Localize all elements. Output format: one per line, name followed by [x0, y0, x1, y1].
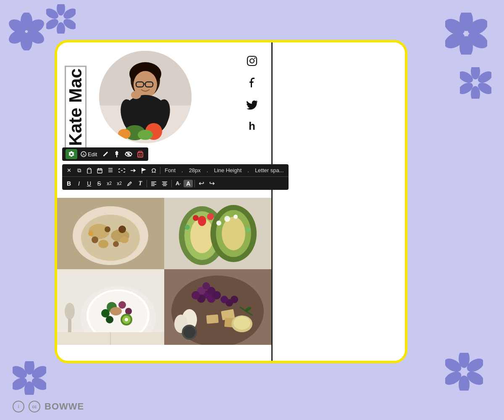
svg-point-107 [246, 227, 250, 231]
calendar-btn[interactable] [95, 166, 105, 175]
format-toolbar-row2: B I U S x2 x2 T A- A [62, 177, 289, 190]
close-btn[interactable]: ✕ [64, 166, 74, 175]
align-left-btn[interactable] [149, 180, 159, 187]
svg-point-92 [120, 236, 129, 243]
underline-btn[interactable]: U [84, 179, 94, 188]
flag-btn[interactable] [139, 166, 148, 175]
food-grid [57, 198, 271, 345]
footer: i cc BOWWE [13, 401, 84, 412]
format-toolbar: ✕ ⧉ Ω [62, 164, 289, 190]
right-panel [273, 42, 407, 361]
redo-btn[interactable]: ↪ [207, 178, 217, 189]
svg-point-99 [222, 217, 245, 250]
arrow-btn[interactable] [128, 167, 138, 174]
svg-point-133 [192, 291, 200, 299]
svg-point-24 [57, 4, 65, 16]
highlight-btn[interactable] [125, 179, 135, 188]
list-btn[interactable] [105, 166, 116, 174]
edit-toolbar: A Edit [62, 147, 148, 161]
flower-decoration-br [445, 353, 483, 391]
instagram-icon[interactable] [245, 55, 259, 70]
lh-dot: . [245, 166, 252, 174]
svg-point-137 [231, 296, 238, 303]
svg-point-87 [105, 226, 110, 232]
svg-point-109 [65, 303, 75, 320]
svg-point-86 [92, 236, 98, 243]
svg-point-91 [88, 231, 93, 236]
info-icon: i [13, 401, 24, 412]
pen-button[interactable] [100, 150, 110, 158]
omega-btn[interactable]: Ω [149, 165, 158, 175]
undo-btn[interactable]: ↩ [197, 178, 206, 189]
align-center-btn[interactable] [160, 180, 170, 187]
vertical-divider [271, 42, 273, 361]
clipboard-btn[interactable] [84, 166, 94, 175]
food-cell-yogurt [57, 269, 164, 345]
size-dot: . [204, 166, 211, 174]
svg-point-51 [131, 91, 141, 99]
profile-name: Kate Mac [65, 66, 87, 149]
flower-decoration-tl [8, 13, 45, 50]
font-color-btn[interactable]: A- [173, 179, 183, 188]
svg-rect-63 [87, 169, 91, 173]
flower-decoration-bl [13, 361, 46, 395]
superscript-btn[interactable]: x2 [115, 179, 124, 188]
svg-point-104 [224, 216, 230, 222]
italic-t-btn[interactable]: T [136, 179, 145, 188]
svg-point-49 [138, 130, 153, 140]
italic-btn[interactable]: I [74, 179, 84, 188]
line-height-label: Line Height [211, 166, 244, 174]
letter-spacing-label: Letter spa... [252, 166, 286, 174]
strikethrough-btn[interactable]: S [94, 179, 104, 188]
svg-rect-59 [138, 152, 143, 157]
pin-button[interactable] [112, 150, 121, 158]
font-dot: . [179, 166, 186, 174]
svg-point-54 [254, 58, 255, 59]
format-toolbar-row1: ✕ ⧉ Ω [62, 164, 289, 177]
svg-rect-64 [88, 168, 90, 169]
svg-point-119 [106, 316, 113, 323]
cc-icon: cc [29, 401, 40, 412]
food-cell-avocado [164, 198, 271, 269]
link-btn[interactable] [116, 167, 127, 174]
bold-btn[interactable]: B [64, 179, 74, 188]
svg-rect-62 [139, 151, 142, 152]
copy-btn[interactable]: ⧉ [74, 166, 84, 175]
svg-point-27 [57, 22, 65, 34]
svg-point-83 [81, 215, 140, 261]
flower-decoration-tm [46, 4, 76, 34]
food-cell-charcuterie [164, 269, 271, 345]
svg-point-117 [110, 307, 122, 315]
svg-point-116 [118, 301, 126, 309]
svg-point-101 [207, 213, 214, 220]
flower-decoration-rm [460, 67, 491, 99]
svg-point-148 [184, 326, 195, 338]
svg-point-53 [250, 59, 254, 63]
profile-image [99, 51, 192, 143]
svg-point-100 [198, 216, 206, 226]
gear-button[interactable] [66, 149, 77, 159]
bg-color-btn[interactable]: A [184, 180, 193, 187]
edit-text-button[interactable]: A Edit [79, 150, 99, 158]
svg-point-118 [125, 308, 132, 315]
svg-point-90 [98, 240, 108, 248]
svg-rect-52 [247, 56, 257, 66]
svg-point-89 [113, 241, 119, 247]
delete-button[interactable] [136, 150, 145, 158]
font-size-label: 28px [186, 166, 203, 174]
hatena-icon[interactable]: h [245, 121, 259, 131]
social-icons-container: h [245, 55, 259, 131]
left-panel: Kate Mac [57, 42, 271, 361]
hide-button[interactable] [123, 151, 134, 158]
facebook-icon[interactable] [245, 77, 259, 92]
bowwe-logo: BOWWE [45, 401, 84, 412]
subscript-btn[interactable]: x2 [105, 179, 114, 188]
svg-point-103 [216, 220, 221, 226]
flower-decoration-tr [445, 13, 487, 55]
font-selector-label: Font [162, 166, 178, 174]
svg-point-142 [234, 316, 250, 330]
svg-point-134 [213, 291, 221, 299]
svg-point-130 [202, 282, 210, 290]
svg-point-102 [193, 215, 199, 221]
twitter-icon[interactable] [245, 100, 259, 113]
